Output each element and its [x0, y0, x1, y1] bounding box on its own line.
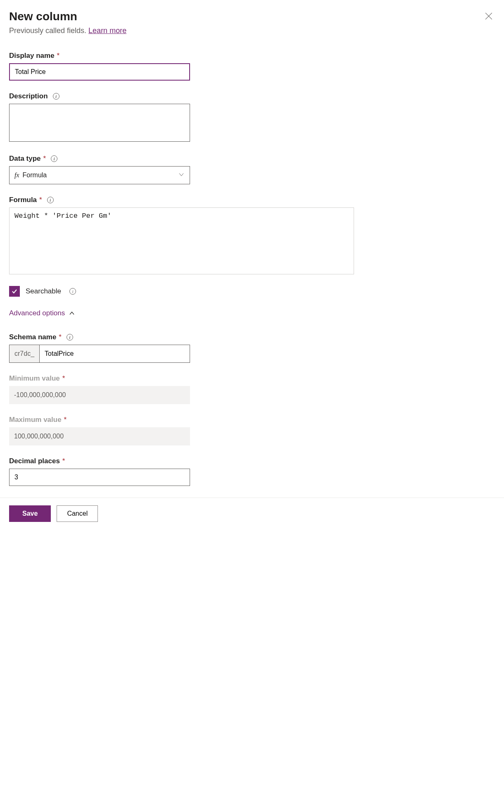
schema-name-label: Schema name * i	[9, 333, 495, 341]
checkmark-icon	[11, 288, 18, 295]
maximum-value-input: 100,000,000,000	[9, 427, 190, 445]
formula-editor[interactable]: Weight * 'Price Per Gm'	[9, 207, 354, 274]
minimum-value-label: Minimum value *	[9, 374, 495, 383]
data-type-value: Formula	[23, 171, 47, 179]
description-input[interactable]	[9, 104, 190, 142]
required-indicator: *	[57, 52, 60, 60]
data-type-label: Data type * i	[9, 155, 495, 163]
searchable-label: Searchable	[26, 287, 61, 295]
maximum-value-label: Maximum value *	[9, 416, 495, 424]
info-icon[interactable]: i	[51, 155, 57, 162]
required-indicator: *	[62, 374, 65, 383]
subtitle: Previously called fields. Learn more	[9, 26, 495, 35]
close-button[interactable]	[483, 10, 495, 22]
required-indicator: *	[64, 416, 67, 424]
required-indicator: *	[39, 196, 42, 204]
save-button[interactable]: Save	[9, 505, 51, 522]
fx-icon: fx	[14, 171, 19, 179]
info-icon[interactable]: i	[67, 334, 73, 341]
info-icon[interactable]: i	[47, 197, 54, 203]
display-name-label: Display name *	[9, 52, 495, 60]
learn-more-link[interactable]: Learn more	[88, 26, 126, 35]
close-icon	[485, 12, 492, 20]
formula-content: Weight * 'Price Per Gm'	[14, 212, 349, 220]
info-icon[interactable]: i	[53, 93, 59, 100]
searchable-checkbox[interactable]	[9, 286, 20, 297]
page-title: New column	[9, 10, 77, 23]
subtitle-text: Previously called fields.	[9, 26, 88, 35]
cancel-button[interactable]: Cancel	[57, 505, 98, 522]
required-indicator: *	[59, 333, 62, 341]
minimum-value-input: -100,000,000,000	[9, 386, 190, 404]
advanced-options-toggle[interactable]: Advanced options	[9, 309, 495, 317]
data-type-select[interactable]: fx Formula	[9, 166, 190, 184]
decimal-places-label: Decimal places *	[9, 457, 495, 465]
advanced-options-label: Advanced options	[9, 309, 65, 317]
required-indicator: *	[62, 457, 65, 465]
required-indicator: *	[43, 155, 46, 163]
schema-prefix: cr7dc_	[10, 345, 40, 362]
decimal-places-input[interactable]	[9, 469, 190, 486]
chevron-up-icon	[69, 310, 75, 316]
formula-label: Formula * i	[9, 196, 495, 204]
description-label: Description i	[9, 92, 495, 100]
info-icon[interactable]: i	[69, 288, 76, 295]
schema-name-input[interactable]	[40, 345, 190, 362]
display-name-input[interactable]	[9, 63, 190, 81]
